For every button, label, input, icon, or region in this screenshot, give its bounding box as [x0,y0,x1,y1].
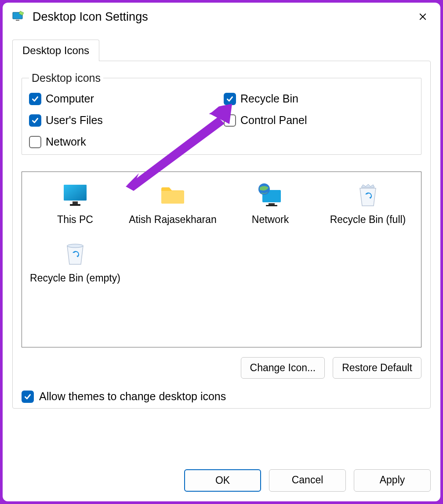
close-icon [419,13,427,21]
icon-label: Recycle Bin (full) [330,213,406,226]
app-icon [11,10,25,24]
restore-default-button[interactable]: Restore Default [333,357,421,379]
icon-label: This PC [57,213,93,226]
recycle-bin-full-icon [352,180,383,211]
svg-point-13 [67,244,83,248]
cancel-button[interactable]: Cancel [269,469,346,492]
titlebar: Desktop Icon Settings [3,3,440,29]
tab-label: Desktop Icons [22,44,89,56]
checkbox-control-panel[interactable]: Control Panel [224,114,414,127]
group-legend: Desktop icons [29,72,103,84]
button-label: Cancel [292,474,323,486]
svg-rect-6 [64,185,87,201]
checkbox-icon [29,93,41,105]
button-label: Change Icon... [250,362,316,373]
icon-item-this-pc[interactable]: This PC [26,180,124,226]
icon-preview-list: This PC Atish Rajasekharan [22,172,421,347]
checkbox-label: Allow themes to change desktop icons [39,390,226,403]
checkbox-allow-themes[interactable]: Allow themes to change desktop icons [22,390,430,403]
svg-rect-2 [16,20,19,21]
apply-button[interactable]: Apply [354,469,431,492]
window-title: Desktop Icon Settings [33,10,414,24]
checkbox-label: Network [46,135,86,148]
dialog-footer: OK Cancel Apply [3,460,440,501]
checkbox-icon [22,391,34,403]
checkbox-recycle-bin[interactable]: Recycle Bin [224,92,414,105]
network-icon [255,180,286,211]
monitor-icon [60,180,91,211]
tab-panel: Desktop icons Computer Recycle Bin [12,61,431,409]
tab-desktop-icons[interactable]: Desktop Icons [12,40,99,61]
checkbox-label: Control Panel [240,114,307,127]
desktop-icon-settings-window: Desktop Icon Settings Desktop Icons Desk… [3,3,440,501]
tab-strip: Desktop Icons [12,40,431,61]
icon-item-user-folder[interactable]: Atish Rajasekharan [124,180,222,226]
svg-rect-8 [70,204,80,206]
checkbox-label: User's Files [46,114,103,127]
checkbox-computer[interactable]: Computer [29,92,219,105]
icon-label: Network [252,213,289,226]
button-label: Restore Default [342,362,412,373]
checkbox-label: Recycle Bin [240,92,298,105]
icon-item-recycle-empty[interactable]: Recycle Bin (empty) [26,238,124,285]
button-label: OK [215,475,230,486]
recycle-bin-empty-icon [60,238,91,269]
folder-icon [157,180,188,211]
svg-rect-7 [73,201,78,204]
checkbox-icon [29,136,41,148]
close-button[interactable] [414,8,432,26]
checkbox-icon [29,114,41,127]
svg-rect-11 [266,205,277,206]
icon-label: Recycle Bin (empty) [30,272,120,285]
button-label: Apply [380,474,405,486]
checkbox-icon [224,114,236,127]
desktop-icons-group: Desktop icons Computer Recycle Bin [22,72,421,155]
checkbox-users-files[interactable]: User's Files [29,114,219,127]
checkbox-label: Computer [46,92,94,105]
icon-item-network[interactable]: Network [222,180,319,226]
checkbox-network[interactable]: Network [29,135,219,148]
change-icon-button[interactable]: Change Icon... [241,357,325,379]
checkbox-icon [224,93,236,105]
icon-label: Atish Rajasekharan [129,213,216,226]
icon-item-recycle-full[interactable]: Recycle Bin (full) [319,180,417,226]
svg-rect-10 [269,203,275,205]
ok-button[interactable]: OK [184,469,261,492]
